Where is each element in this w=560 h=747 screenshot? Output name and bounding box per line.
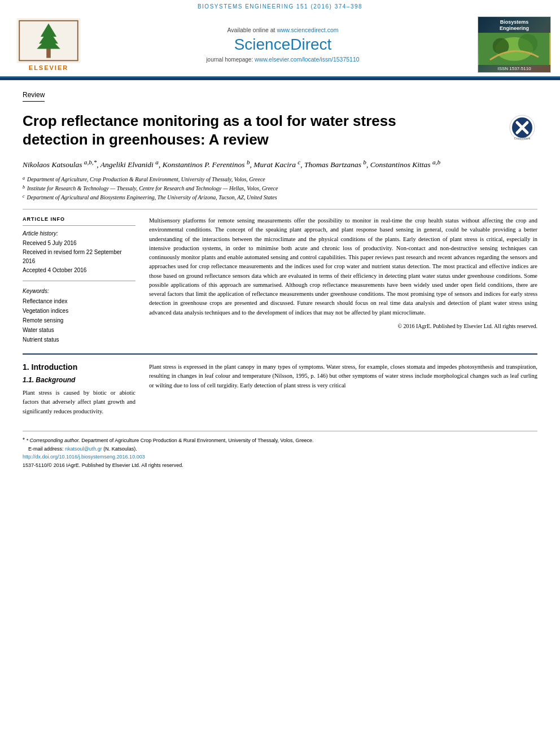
logo-row: ELSEVIER Available online at www.science…	[0, 12, 560, 77]
intro-two-col: 1. Introduction 1.1. Background Plant st…	[23, 362, 537, 420]
received-date: Received 5 July 2016	[23, 239, 135, 248]
intro-right-paragraph: Plant stress is expressed in the plant c…	[149, 362, 537, 390]
authors-line: Nikolaos Katsoulas a,b,*, Angeliki Elvan…	[23, 156, 537, 171]
svg-text:CrossMark: CrossMark	[514, 137, 531, 140]
affiliations: a Department of Agriculture, Crop Produc…	[23, 175, 537, 202]
keyword-3: Remote sensing	[23, 316, 135, 325]
abstract-text: Multisensory platforms for remote sensin…	[149, 216, 537, 330]
email-footnote: E-mail address: nkatsoul@uth.gr (N. Kats…	[23, 445, 537, 453]
keyword-4: Water status	[23, 325, 135, 335]
intro-left-paragraph: Plant stress is caused by biotic or abio…	[23, 388, 135, 416]
homepage-url-link[interactable]: www.elsevier.com/locate/issn/15375110	[255, 56, 360, 63]
intro-left-col: 1. Introduction 1.1. Background Plant st…	[23, 362, 135, 420]
biosystems-issn: ISSN 1537-5110	[478, 65, 550, 72]
corresponding-author-footnote: * * Corresponding author. Department of …	[23, 436, 537, 445]
keywords-label: Keywords:	[23, 288, 135, 294]
section-divider	[23, 353, 537, 355]
sciencedirect-url-link[interactable]: www.sciencedirect.com	[277, 27, 338, 33]
title-row: Crop reflectance monitoring as a tool fo…	[23, 106, 537, 156]
elsevier-tree-icon	[15, 18, 82, 63]
available-online-text: Available online at www.sciencedirect.co…	[99, 27, 466, 33]
keyword-2: Vegetation indices	[23, 306, 135, 316]
elsevier-text: ELSEVIER	[29, 64, 68, 71]
intro-right-col: Plant stress is expressed in the plant c…	[149, 362, 537, 420]
email-link[interactable]: nkatsoul@uth.gr	[65, 446, 102, 452]
elsevier-logo: ELSEVIER	[9, 18, 88, 71]
journal-header: BIOSYSTEMS ENGINEERING 151 (2016) 374–39…	[0, 0, 560, 12]
article-info-title: ARTICLE INFO	[23, 216, 135, 222]
biosystems-logo-text: BiosystemsEngineering	[478, 17, 550, 33]
review-label: Review	[23, 91, 45, 102]
article-title: Crop reflectance monitoring as a tool fo…	[23, 112, 414, 148]
abstract-copyright: © 2016 IAgrE. Published by Elsevier Ltd.…	[149, 322, 537, 331]
affiliation-a: a Department of Agriculture, Crop Produc…	[23, 175, 537, 184]
doi-link[interactable]: http://dx.doi.org/10.1016/j.biosystemsen…	[23, 454, 145, 460]
revised-date: Received in revised form 22 September 20…	[23, 248, 135, 266]
abstract-column: Multisensory platforms for remote sensin…	[149, 216, 537, 344]
introduction-section: 1. Introduction 1.1. Background Plant st…	[23, 353, 537, 420]
center-info: Available online at www.sciencedirect.co…	[88, 27, 478, 63]
affiliation-b: b Institute for Research & Technology — …	[23, 184, 537, 193]
biosystems-logo: BiosystemsEngineering ISSN 1537-5110	[478, 16, 551, 73]
article-info-abstract-section: ARTICLE INFO Article history: Received 5…	[23, 216, 537, 344]
section-1-title: 1. Introduction	[23, 362, 135, 372]
article-info-divider	[23, 225, 135, 226]
footnote-section: * * Corresponding author. Department of …	[23, 431, 537, 469]
issn-footnote: 1537-5110/© 2016 IAgrE. Published by Els…	[23, 461, 537, 469]
keywords-divider	[23, 281, 135, 281]
divider-after-affiliations	[23, 209, 537, 209]
article-history-label: Article history:	[23, 230, 135, 237]
crossmark-icon[interactable]: CrossMark	[506, 112, 537, 143]
doi-footnote: http://dx.doi.org/10.1016/j.biosystemsen…	[23, 453, 537, 461]
affiliation-c: c Department of Agricultural and Biosyst…	[23, 193, 537, 202]
keyword-1: Reflectance index	[23, 296, 135, 306]
sciencedirect-title: ScienceDirect	[99, 36, 466, 54]
biosystems-logo-image	[478, 33, 551, 65]
main-content: Review Crop reflectance monitoring as a …	[0, 80, 560, 478]
svg-rect-1	[46, 47, 51, 58]
subsection-1-1-title: 1.1. Background	[23, 376, 135, 384]
accepted-date: Accepted 4 October 2016	[23, 266, 135, 275]
keyword-5: Nutrient status	[23, 335, 135, 344]
journal-homepage-line: journal homepage: www.elsevier.com/locat…	[99, 56, 466, 63]
article-info-column: ARTICLE INFO Article history: Received 5…	[23, 216, 135, 344]
